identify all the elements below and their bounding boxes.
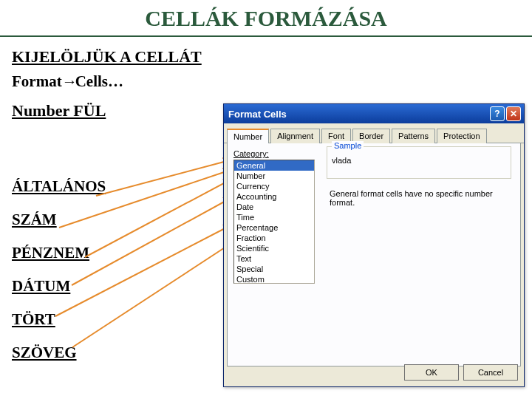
label-currency: PÉNZNEM	[12, 244, 106, 262]
dialog-titlebar[interactable]: Format Cells ? ✕	[224, 104, 524, 123]
help-button[interactable]: ?	[490, 106, 505, 121]
page-title: CELLÁK FORMÁZÁSA	[0, 0, 532, 37]
dialog-title: Format Cells	[228, 109, 488, 120]
format-description: General format cells have no specific nu…	[330, 189, 511, 207]
category-translations: ÁLTALÁNOS SZÁM PÉNZNEM DÁTUM TÖRT SZÖVEG	[12, 177, 106, 377]
dialog-body: Category: General Number Currency Accoun…	[227, 143, 521, 366]
menu-path-step: Format→Cells…	[12, 72, 532, 91]
list-item[interactable]: Text	[234, 253, 314, 264]
svg-line-2	[85, 177, 235, 257]
tab-number[interactable]: Number	[227, 129, 269, 143]
format-cells-dialog: Format Cells ? ✕ Number Alignment Font B…	[223, 103, 525, 387]
label-text: SZÖVEG	[12, 344, 106, 362]
list-item[interactable]: Time	[234, 212, 314, 222]
list-item[interactable]: Number	[234, 171, 314, 181]
list-item[interactable]: Percentage	[234, 222, 314, 233]
tab-alignment[interactable]: Alignment	[270, 129, 320, 143]
close-icon: ✕	[510, 109, 517, 119]
ok-button[interactable]: OK	[404, 364, 459, 381]
list-item[interactable]: Fraction	[234, 233, 314, 243]
tab-patterns[interactable]: Patterns	[392, 129, 435, 143]
list-item[interactable]: Date	[234, 202, 314, 212]
dialog-button-row: OK Cancel	[404, 364, 518, 381]
menu-path-format: Format	[12, 72, 62, 90]
dialog-tabs: Number Alignment Font Border Patterns Pr…	[224, 128, 524, 143]
help-icon: ?	[494, 109, 499, 119]
list-item[interactable]: Currency	[234, 181, 314, 191]
list-item[interactable]: Special	[234, 264, 314, 274]
select-cell-heading: KIJELÖLJÜK A CELLÁT	[12, 47, 532, 66]
label-fraction: TÖRT	[12, 310, 106, 329]
tab-protection[interactable]: Protection	[437, 129, 487, 143]
list-item[interactable]: Accounting	[234, 191, 314, 202]
cancel-button[interactable]: Cancel	[463, 364, 518, 381]
sample-groupbox: Sample vlada	[327, 146, 511, 179]
list-item[interactable]: General	[234, 160, 314, 171]
label-general: ÁLTALÁNOS	[12, 177, 106, 196]
sample-legend: Sample	[332, 141, 364, 150]
svg-line-0	[96, 159, 235, 196]
category-listbox[interactable]: General Number Currency Accounting Date …	[233, 160, 315, 284]
label-number: SZÁM	[12, 211, 106, 229]
label-date: DÁTUM	[12, 277, 106, 296]
list-item[interactable]: Custom	[234, 274, 314, 284]
sample-value: vlada	[332, 156, 506, 165]
close-button[interactable]: ✕	[506, 106, 521, 121]
list-item[interactable]: Scientific	[234, 243, 314, 253]
right-arrow-icon: →	[62, 72, 75, 91]
menu-path-cells: Cells…	[75, 72, 123, 90]
